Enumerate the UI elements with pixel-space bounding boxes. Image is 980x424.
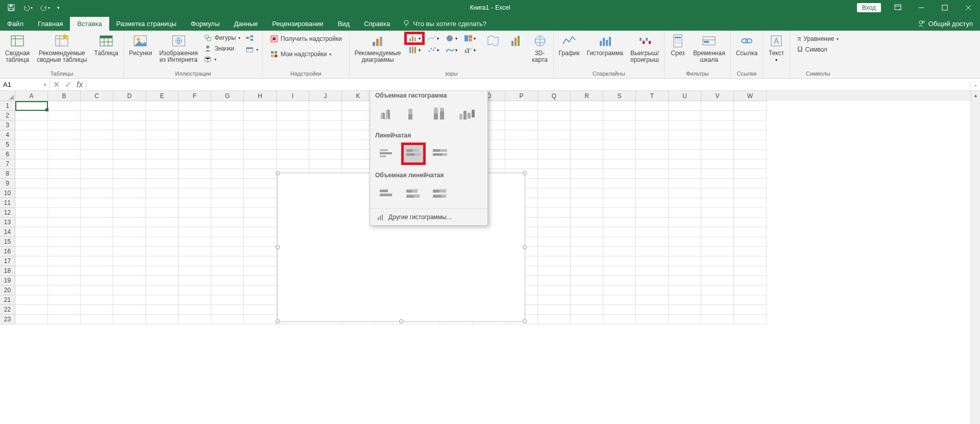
cell[interactable]	[15, 189, 48, 198]
scroll-up-icon[interactable]: ▲	[971, 91, 980, 100]
cell[interactable]	[636, 256, 669, 266]
cell[interactable]	[146, 276, 179, 286]
cell[interactable]	[734, 247, 767, 256]
cell[interactable]	[81, 237, 113, 247]
select-all-button[interactable]	[0, 91, 15, 101]
cell[interactable]	[538, 247, 571, 256]
row-header[interactable]: 20	[0, 286, 15, 295]
cell[interactable]	[571, 305, 603, 315]
cell[interactable]	[244, 286, 277, 295]
cell[interactable]	[669, 140, 701, 150]
row-header[interactable]: 4	[0, 130, 15, 140]
tell-me-search[interactable]: Что вы хотите сделать?	[397, 16, 492, 31]
cell[interactable]	[701, 169, 734, 179]
more-column-charts-option[interactable]: Другие гистограммы...	[370, 209, 487, 225]
cell[interactable]	[701, 286, 734, 295]
cell[interactable]	[669, 179, 701, 189]
cell[interactable]	[211, 189, 244, 198]
cell[interactable]	[179, 130, 211, 140]
column-header[interactable]: J	[309, 91, 342, 101]
cell[interactable]	[81, 256, 113, 266]
column-header[interactable]: A	[15, 91, 48, 101]
cell[interactable]	[636, 179, 669, 189]
cell[interactable]	[603, 179, 636, 189]
cell[interactable]	[636, 208, 669, 218]
cell[interactable]	[603, 140, 636, 150]
row-header[interactable]: 11	[0, 198, 15, 208]
redo-icon[interactable]: ▾	[37, 2, 53, 14]
row-header[interactable]: 15	[0, 237, 15, 247]
row-header[interactable]: 21	[0, 295, 15, 305]
cell[interactable]	[571, 140, 603, 150]
cell[interactable]	[179, 179, 211, 189]
cell[interactable]	[277, 159, 309, 169]
cell[interactable]	[701, 237, 734, 247]
cell[interactable]	[146, 130, 179, 140]
cell[interactable]	[603, 227, 636, 237]
cell[interactable]	[538, 286, 571, 295]
cell[interactable]	[113, 121, 146, 130]
cell[interactable]	[211, 111, 244, 121]
cell[interactable]	[505, 130, 538, 140]
cell[interactable]	[81, 315, 113, 324]
cell[interactable]	[179, 150, 211, 159]
tab-review[interactable]: Рецензирование	[265, 17, 330, 31]
cell[interactable]	[309, 130, 342, 140]
cell[interactable]	[113, 189, 146, 198]
cell[interactable]	[48, 286, 81, 295]
cell[interactable]	[636, 140, 669, 150]
cell[interactable]	[179, 266, 211, 276]
cell[interactable]	[734, 286, 767, 295]
column-header[interactable]: Q	[538, 91, 571, 101]
cell[interactable]	[669, 247, 701, 256]
cell[interactable]	[211, 276, 244, 286]
cell[interactable]	[701, 315, 734, 324]
cell[interactable]	[113, 208, 146, 218]
insert-pie-chart-button[interactable]: ▾	[442, 33, 460, 44]
cell[interactable]	[15, 247, 48, 256]
cell[interactable]	[669, 266, 701, 276]
cell[interactable]	[244, 266, 277, 276]
cell[interactable]	[244, 179, 277, 189]
cell[interactable]	[309, 150, 342, 159]
cell[interactable]	[146, 121, 179, 130]
cell[interactable]	[48, 237, 81, 247]
cell[interactable]	[48, 111, 81, 121]
cell[interactable]	[113, 286, 146, 295]
tab-page-layout[interactable]: Разметка страницы	[109, 17, 184, 31]
cell[interactable]	[211, 286, 244, 295]
cell[interactable]	[179, 286, 211, 295]
cell[interactable]	[113, 315, 146, 324]
cell[interactable]	[701, 305, 734, 315]
cell[interactable]	[669, 189, 701, 198]
cell[interactable]	[538, 237, 571, 247]
cell[interactable]	[211, 169, 244, 179]
cell[interactable]	[538, 140, 571, 150]
cell[interactable]	[571, 286, 603, 295]
3d-clustered-column-option[interactable]	[376, 104, 398, 124]
cell[interactable]	[571, 150, 603, 159]
column-header[interactable]: D	[113, 91, 146, 101]
cell[interactable]	[211, 256, 244, 266]
cell[interactable]	[15, 286, 48, 295]
row-header[interactable]: 18	[0, 266, 15, 276]
cell[interactable]	[538, 169, 571, 179]
tab-help[interactable]: Справка	[357, 17, 397, 31]
sparkline-column-button[interactable]: Гистограмма	[584, 32, 626, 58]
insert-line-chart-button[interactable]: ▾	[424, 33, 442, 44]
cell[interactable]	[701, 256, 734, 266]
row-header[interactable]: 16	[0, 247, 15, 256]
symbol-button[interactable]: ΩСимвол	[795, 44, 841, 55]
cell[interactable]	[15, 130, 48, 140]
cell[interactable]	[48, 159, 81, 169]
screenshot-button[interactable]: ▾	[243, 44, 260, 55]
cell[interactable]	[15, 101, 48, 111]
slicer-button[interactable]: Срез	[667, 32, 689, 58]
cell[interactable]	[571, 247, 603, 256]
cell[interactable]	[603, 159, 636, 169]
cell[interactable]	[15, 179, 48, 189]
cell[interactable]	[146, 315, 179, 324]
cell[interactable]	[48, 295, 81, 305]
cell[interactable]	[48, 315, 81, 324]
cell[interactable]	[636, 305, 669, 315]
